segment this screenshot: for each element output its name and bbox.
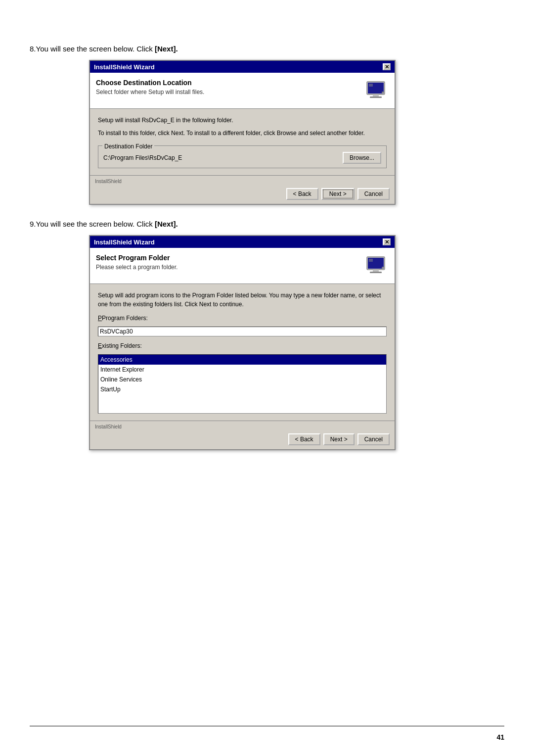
dialog-header-1: Choose Destination Location Select folde…	[90, 73, 395, 109]
dialog-footer-1: InstallShield < Back Next > Cancel	[90, 175, 395, 204]
folder-item-accessories[interactable]: Accessories	[98, 355, 386, 365]
body-line2: To install to this folder, click Next. T…	[98, 129, 387, 138]
folder-item-startup[interactable]: StartUp	[98, 384, 386, 394]
dialog-titlebar-1: InstallShield Wizard ✕	[90, 61, 395, 73]
svg-rect-8	[373, 270, 379, 272]
dialog-title-2: InstallShield Wizard	[94, 238, 155, 246]
dialog-heading-1: Choose Destination Location	[96, 79, 204, 87]
dialog-titlebar-2: InstallShield Wizard ✕	[90, 236, 395, 248]
svg-rect-11	[369, 259, 373, 262]
close-button-1[interactable]: ✕	[383, 63, 391, 70]
dialog-footer-2: InstallShield < Back Next > Cancel	[90, 421, 395, 449]
body-description: Setup will add program icons to the Prog…	[98, 291, 387, 309]
svg-rect-3	[370, 96, 382, 98]
installshield-label-2: InstallShield	[95, 424, 390, 429]
next-button-1[interactable]: Next >	[321, 188, 355, 200]
next-button-2[interactable]: Next >	[323, 433, 355, 445]
step8-text: 8.You will see the screen below. Click […	[30, 45, 504, 53]
dialog-buttons-2: < Back Next > Cancel	[95, 431, 390, 447]
cancel-button-1[interactable]: Cancel	[357, 188, 390, 200]
dest-folder-label: Destination Folder	[102, 142, 154, 151]
dialog-subtext-1: Select folder where Setup will install f…	[96, 89, 204, 95]
folder-item-online[interactable]: Online Services	[98, 375, 386, 384]
dest-folder-path: C:\Program Files\RsDvCap_E	[103, 153, 338, 162]
page-number: 41	[496, 733, 504, 741]
body-line1: Setup will install RsDvCap_E in the foll…	[98, 116, 387, 125]
svg-point-10	[382, 267, 384, 269]
back-button-2[interactable]: < Back	[288, 433, 320, 445]
dialog-select-program-folder: InstallShield Wizard ✕ Select Program Fo…	[89, 235, 396, 450]
dialog-body-2: Setup will add program icons to the Prog…	[90, 284, 395, 421]
step9-text: 9.You will see the screen below. Click […	[30, 220, 504, 228]
dialog-body-1: Setup will install RsDvCap_E in the foll…	[90, 109, 395, 175]
existing-folders-label: Existing Folders:	[98, 341, 387, 350]
installshield-label-1: InstallShield	[95, 179, 390, 184]
dialog-choose-destination: InstallShield Wizard ✕ Choose Destinatio…	[89, 60, 396, 205]
svg-rect-5	[369, 84, 373, 87]
svg-point-4	[382, 92, 384, 94]
computer-icon-2	[364, 254, 389, 279]
close-button-2[interactable]: ✕	[383, 238, 391, 245]
computer-icon-1	[364, 79, 389, 103]
program-folder-input[interactable]	[98, 327, 387, 336]
dialog-heading-2: Select Program Folder	[96, 254, 178, 262]
dialog-header-2: Select Program Folder Please select a pr…	[90, 248, 395, 284]
svg-rect-2	[373, 94, 379, 96]
dialog-title-1: InstallShield Wizard	[94, 63, 155, 71]
destination-folder-group: Destination Folder C:\Program Files\RsDv…	[98, 145, 387, 168]
folder-item-ie[interactable]: Internet Explorer	[98, 365, 386, 375]
bottom-divider	[30, 726, 504, 726]
back-button-1[interactable]: < Back	[286, 188, 318, 200]
browse-button[interactable]: Browse...	[343, 152, 381, 164]
dialog-subtext-2: Please select a program folder.	[96, 264, 178, 271]
cancel-button-2[interactable]: Cancel	[357, 433, 390, 445]
dialog-buttons-1: < Back Next > Cancel	[95, 186, 390, 202]
existing-folders-list[interactable]: Accessories Internet Explorer Online Ser…	[98, 354, 387, 414]
svg-rect-9	[370, 272, 382, 273]
program-folders-label: PProgram Folders:	[98, 314, 387, 323]
